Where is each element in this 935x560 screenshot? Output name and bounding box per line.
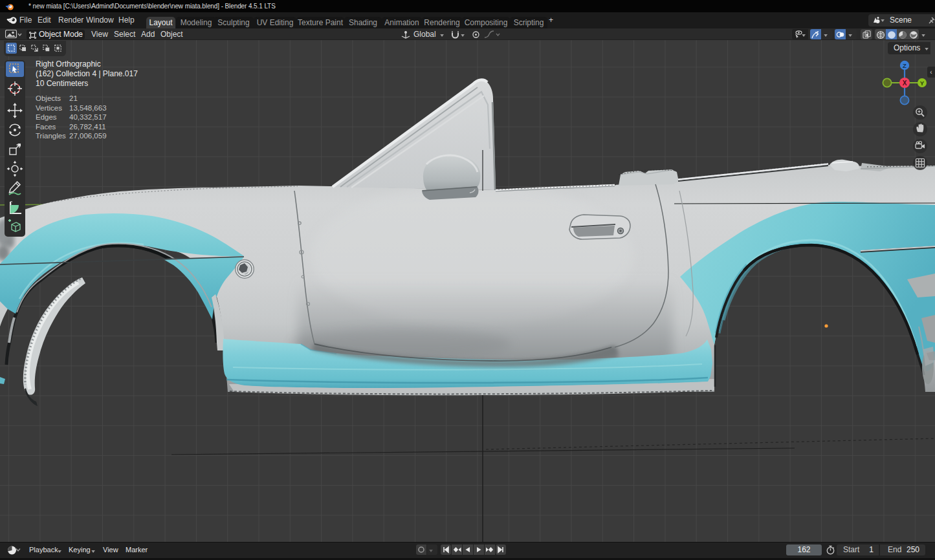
svg-text:Z: Z [903,62,907,69]
svg-text:X: X [903,80,907,87]
svg-text:Y: Y [920,80,925,87]
